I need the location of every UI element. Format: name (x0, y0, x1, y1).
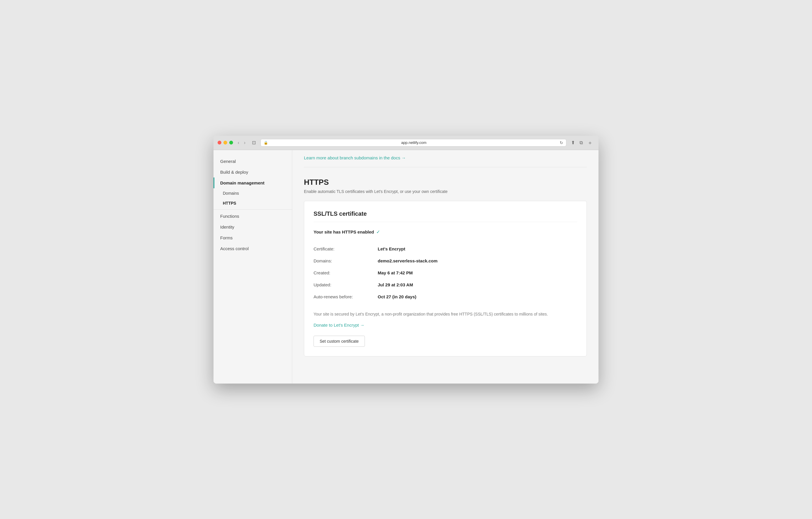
top-banner: Learn more about branch subdomains in th… (304, 150, 587, 167)
traffic-lights (218, 141, 233, 144)
address-bar[interactable]: 🔒 app.netlify.com ↻ (260, 139, 567, 146)
sidebar-toggle-button[interactable]: ⊡ (250, 139, 258, 146)
field-label: Created: (314, 267, 378, 279)
sidebar-item-functions[interactable]: Functions (213, 211, 292, 222)
field-value: Oct 27 (in 20 days) (378, 291, 577, 303)
browser-content: General Build & deploy Domain management… (213, 150, 599, 384)
sidebar-divider (213, 209, 292, 210)
back-button[interactable]: ‹ (236, 139, 241, 146)
set-custom-certificate-button[interactable]: Set custom certificate (314, 336, 365, 347)
field-label: Updated: (314, 279, 378, 291)
section-subtitle: Enable automatic TLS certificates with L… (304, 189, 587, 194)
nav-buttons: ‹ › (236, 139, 247, 146)
screenshot-button[interactable]: ⧉ (578, 139, 584, 147)
toolbar-actions: ⬆ ⧉ ＋ (569, 139, 594, 147)
lets-encrypt-description: Your site is secured by Let's Encrypt, a… (314, 311, 577, 317)
browser-chrome: ‹ › ⊡ 🔒 app.netlify.com ↻ ⬆ ⧉ ＋ (213, 136, 599, 150)
close-button[interactable] (218, 141, 221, 144)
share-button[interactable]: ⬆ (569, 139, 577, 147)
sidebar-item-identity[interactable]: Identity (213, 222, 292, 233)
forward-button[interactable]: › (242, 139, 247, 146)
main-content: Learn more about branch subdomains in th… (292, 150, 599, 384)
table-row: Auto-renews before: Oct 27 (in 20 days) (314, 291, 577, 303)
field-label: Auto-renews before: (314, 291, 378, 303)
field-value: Let's Encrypt (378, 243, 577, 255)
branch-subdomains-link[interactable]: Learn more about branch subdomains in th… (304, 155, 406, 160)
minimize-button[interactable] (224, 141, 227, 144)
field-value: demo2.serverless-stack.com (378, 255, 577, 267)
sidebar-item-domain-management[interactable]: Domain management (213, 177, 292, 188)
table-row: Certificate: Let's Encrypt (314, 243, 577, 255)
sidebar-item-general[interactable]: General (213, 156, 292, 167)
table-row: Updated: Jul 29 at 2:03 AM (314, 279, 577, 291)
check-icon: ✓ (376, 229, 380, 235)
table-row: Domains: demo2.serverless-stack.com (314, 255, 577, 267)
table-row: Created: May 6 at 7:42 PM (314, 267, 577, 279)
field-label: Domains: (314, 255, 378, 267)
maximize-button[interactable] (229, 141, 233, 144)
sidebar-item-https[interactable]: HTTPS (213, 198, 292, 208)
sidebar-item-forms[interactable]: Forms (213, 233, 292, 243)
browser-window: ‹ › ⊡ 🔒 app.netlify.com ↻ ⬆ ⧉ ＋ General … (213, 136, 599, 384)
https-status-row: Your site has HTTPS enabled ✓ (314, 229, 577, 235)
new-tab-button[interactable]: ＋ (586, 139, 594, 147)
donate-link[interactable]: Donate to Let's Encrypt → (314, 323, 365, 328)
sidebar-item-build-deploy[interactable]: Build & deploy (213, 167, 292, 177)
field-value: Jul 29 at 2:03 AM (378, 279, 577, 291)
sidebar-item-domains[interactable]: Domains (213, 188, 292, 198)
card-title: SSL/TLS certificate (314, 211, 577, 222)
ssl-tls-card: SSL/TLS certificate Your site has HTTPS … (304, 201, 587, 356)
reload-button[interactable]: ↻ (560, 140, 563, 145)
sidebar-item-access-control[interactable]: Access control (213, 243, 292, 254)
field-value: May 6 at 7:42 PM (378, 267, 577, 279)
page-title: HTTPS (304, 178, 587, 187)
sidebar: General Build & deploy Domain management… (213, 150, 292, 384)
field-label: Certificate: (314, 243, 378, 255)
https-status-text: Your site has HTTPS enabled (314, 229, 374, 235)
url-text: app.netlify.com (270, 140, 558, 145)
lock-icon: 🔒 (264, 141, 268, 145)
certificate-info-table: Certificate: Let's Encrypt Domains: demo… (314, 243, 577, 303)
